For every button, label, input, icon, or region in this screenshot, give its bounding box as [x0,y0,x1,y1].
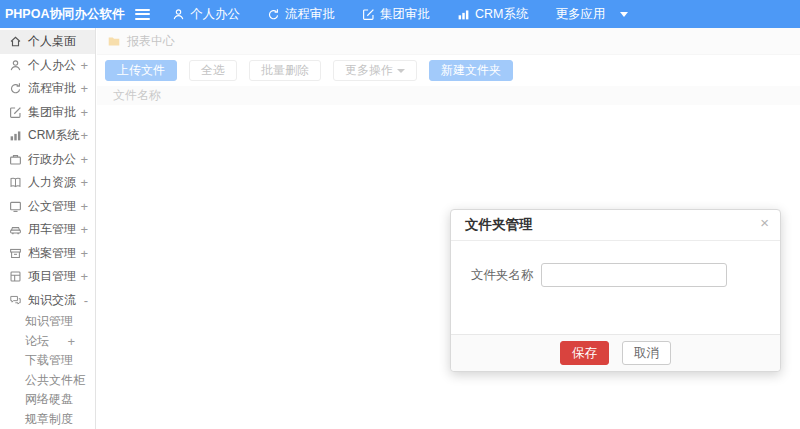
sidebar-item-label: CRM系统 [28,127,80,144]
topnav-item-group-approval[interactable]: 集团审批 [362,6,430,23]
dialog-footer: 保存 取消 [451,334,780,371]
sidebar-item-label: 个人办公 [28,57,80,74]
user-icon [9,59,22,72]
sidebar-subitem-public-file-cabinet[interactable]: 公共文件柜 [0,371,95,391]
sidebar-item-personal-desktop[interactable]: 个人桌面 [0,30,95,54]
sidebar-submenu-knowledge: 知识管理 论坛 + 下载管理 公共文件柜 网络硬盘 规章制度 [0,312,95,429]
sidebar-item-label: 公文管理 [28,198,80,215]
expand-plus-icon[interactable]: + [80,222,88,237]
menu-toggle-icon[interactable] [135,9,150,20]
sidebar-subitem-knowledge-mgmt[interactable]: 知识管理 [0,312,95,332]
car-icon [9,223,22,236]
expand-plus-icon[interactable]: + [80,128,88,143]
folder-name-input[interactable] [541,263,727,287]
archive-icon [9,247,22,260]
expand-plus-icon[interactable]: + [67,334,75,349]
sidebar-item-project-mgmt[interactable]: 项目管理 + [0,265,95,289]
expand-plus-icon[interactable]: + [80,269,88,284]
topnav-label: 更多应用 [555,6,605,23]
sidebar-item-label: 人力资源 [28,174,80,191]
sidebar-item-label: 知识交流 [28,292,84,309]
sidebar-subitem-forum[interactable]: 论坛 + [0,332,95,352]
sidebar-item-personal-office[interactable]: 个人办公 + [0,54,95,78]
project-icon [9,270,22,283]
topnav-item-crm[interactable]: CRM系统 [457,6,528,23]
sidebar-item-label: 项目管理 [28,268,80,285]
dialog-header: 文件夹管理 × [451,210,780,241]
sidebar-item-archive-mgmt[interactable]: 档案管理 + [0,242,95,266]
topnav-label: 个人办公 [190,6,240,23]
collapse-minus-icon[interactable]: - [84,293,88,308]
expand-plus-icon[interactable]: + [80,105,88,120]
chat-icon [9,294,22,307]
home-icon [9,35,22,48]
sidebar: 个人桌面 个人办公 + 流程审批 + 集团审批 + CRM系统 + 行政办公 [0,28,96,429]
expand-plus-icon[interactable]: + [80,81,88,96]
sidebar-item-label: 流程审批 [28,80,80,97]
save-button[interactable]: 保存 [560,341,609,365]
edit-icon [362,8,375,21]
chart-icon [457,8,470,21]
sidebar-subitem-label: 知识管理 [25,313,75,330]
chart-icon [9,129,22,142]
sidebar-subitem-network-disk[interactable]: 网络硬盘 [0,390,95,410]
sidebar-subitem-label: 下载管理 [25,352,75,369]
sidebar-item-crm[interactable]: CRM系统 + [0,124,95,148]
cycle-icon [9,82,22,95]
sidebar-item-process-approval[interactable]: 流程审批 + [0,77,95,101]
cancel-button[interactable]: 取消 [622,341,671,365]
briefcase-icon [9,153,22,166]
sidebar-item-label: 集团审批 [28,104,80,121]
expand-plus-icon[interactable]: + [80,199,88,214]
topnav-item-more-apps[interactable]: 更多应用 [555,6,628,23]
sidebar-subitem-rules[interactable]: 规章制度 [0,410,95,429]
sidebar-item-label: 档案管理 [28,245,80,262]
dialog-title: 文件夹管理 [465,216,533,234]
sidebar-subitem-download-mgmt[interactable]: 下载管理 [0,351,95,371]
document-icon [9,200,22,213]
sidebar-item-group-approval[interactable]: 集团审批 + [0,101,95,125]
top-navbar: PHPOA协同办公软件 个人办公 流程审批 集团审批 CRM系统 [0,0,800,28]
sidebar-item-document-mgmt[interactable]: 公文管理 + [0,195,95,219]
sidebar-item-knowledge-exchange[interactable]: 知识交流 - [0,289,95,313]
sidebar-item-admin-office[interactable]: 行政办公 + [0,148,95,172]
expand-plus-icon[interactable]: + [80,246,88,261]
sidebar-subitem-label: 网络硬盘 [25,391,75,408]
topnav-label: 流程审批 [285,6,335,23]
expand-plus-icon[interactable]: + [80,175,88,190]
topnav-label: CRM系统 [475,6,528,23]
topnav-label: 集团审批 [380,6,430,23]
sidebar-subitem-label: 论坛 [25,333,67,350]
sidebar-subitem-label: 规章制度 [25,411,75,428]
topnav-item-personal-office[interactable]: 个人办公 [172,6,240,23]
user-icon [172,8,185,21]
sidebar-item-label: 用车管理 [28,221,80,238]
close-icon[interactable]: × [760,215,769,230]
book-icon [9,176,22,189]
expand-plus-icon[interactable]: + [80,152,88,167]
cycle-icon [267,8,280,21]
app-logo: PHPOA协同办公软件 [0,0,97,28]
expand-plus-icon[interactable]: + [80,58,88,73]
top-nav: 个人办公 流程审批 集团审批 CRM系统 更多应用 [172,6,655,23]
edit-icon [9,106,22,119]
sidebar-item-label: 行政办公 [28,151,80,168]
sidebar-subitem-label: 公共文件柜 [25,372,85,389]
folder-management-dialog: 文件夹管理 × 文件夹名称 保存 取消 [450,209,781,372]
folder-name-label: 文件夹名称 [471,263,534,287]
caret-down-icon [620,12,628,17]
dialog-body: 文件夹名称 [451,241,780,334]
sidebar-item-label: 个人桌面 [28,33,88,50]
sidebar-item-hr[interactable]: 人力资源 + [0,171,95,195]
sidebar-item-vehicle-mgmt[interactable]: 用车管理 + [0,218,95,242]
topnav-item-process-approval[interactable]: 流程审批 [267,6,335,23]
